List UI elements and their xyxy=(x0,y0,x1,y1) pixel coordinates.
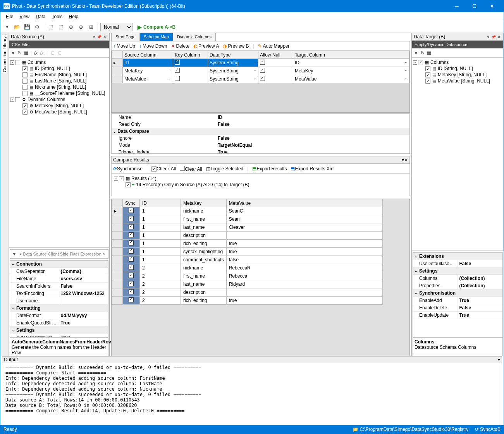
synchronise-button[interactable]: ⟳Synchronise xyxy=(113,166,143,172)
cell-metakey[interactable]: description xyxy=(181,232,227,240)
prop-val[interactable]: False xyxy=(458,304,503,311)
prop-val[interactable]: True xyxy=(216,149,409,154)
prop-val[interactable]: ID xyxy=(216,114,409,121)
tool-3-icon[interactable]: ⊕ xyxy=(67,23,75,31)
col-key[interactable]: Key Column xyxy=(173,51,208,59)
export-xml-button[interactable]: ⬒Export Results Xml xyxy=(291,166,334,172)
prop-val[interactable]: False xyxy=(216,121,409,128)
prop-val[interactable]: True xyxy=(458,297,503,304)
cell-metavalue[interactable]: Rebecca xyxy=(226,272,382,280)
prop-val[interactable]: TargetNotEqual xyxy=(216,142,409,149)
results-child[interactable]: 14 Record(s) Only in Source (A) ADD (14)… xyxy=(136,182,249,187)
columns-icon[interactable]: ▦ xyxy=(24,50,28,56)
move-down-button[interactable]: ↓Move Down xyxy=(139,43,167,49)
col-allownull[interactable]: Allow Null xyxy=(258,51,293,59)
auto-mapper-button[interactable]: ✎Auto Mapper xyxy=(258,43,290,49)
expander-icon[interactable]: - xyxy=(10,60,14,65)
refresh-icon[interactable]: ↻ xyxy=(18,50,22,56)
row-header[interactable] xyxy=(112,280,123,288)
checkbox[interactable] xyxy=(22,79,28,84)
prop-val[interactable]: users.csv xyxy=(59,275,108,282)
prop-val[interactable]: True xyxy=(458,312,503,319)
cell-id[interactable]: 1 xyxy=(140,207,181,215)
cell-metakey[interactable]: syntax_highlighting xyxy=(181,248,227,256)
cell-metavalue[interactable]: true xyxy=(226,297,382,305)
cell-sync[interactable] xyxy=(123,223,140,232)
toggle-selected-button[interactable]: ◫Toggle Selected xyxy=(206,166,243,172)
cell-sync[interactable] xyxy=(123,264,140,272)
prop-group[interactable]: Extensions xyxy=(419,254,444,259)
row-header[interactable] xyxy=(112,223,123,232)
close-icon[interactable]: ✕ xyxy=(404,157,408,163)
prop-val[interactable]: dd/MM/yyyy xyxy=(59,312,108,319)
cell-metakey[interactable]: rich_editing xyxy=(181,297,227,305)
row-header[interactable] xyxy=(112,240,123,248)
cell-id[interactable]: 1 xyxy=(140,232,181,240)
prop-group[interactable]: Settings xyxy=(16,328,34,333)
prop-val[interactable]: True xyxy=(59,334,108,338)
cell-allownull[interactable] xyxy=(258,59,293,67)
checkbox[interactable] xyxy=(425,79,430,84)
prop-group[interactable]: Formatting xyxy=(16,305,41,311)
checkbox[interactable] xyxy=(22,103,28,108)
tool-5-icon[interactable]: ⊞ xyxy=(87,23,95,31)
cell-sync[interactable] xyxy=(123,232,140,240)
cell-datatype[interactable]: System.String⌄ xyxy=(208,59,258,67)
close-button[interactable]: ✕ xyxy=(483,0,501,12)
cell-metavalue[interactable] xyxy=(226,288,382,297)
cell-metakey[interactable]: first_name xyxy=(181,272,227,280)
tree-item[interactable]: MetaValue [String, NULL] xyxy=(35,109,87,115)
row-header[interactable] xyxy=(112,67,123,75)
preview-b-button[interactable]: ◑Preview B xyxy=(223,43,249,49)
tree-item[interactable]: MetaValue [String, NULL] xyxy=(438,78,490,84)
cell-target[interactable]: ID⌄ xyxy=(293,59,409,67)
cell-id[interactable]: 2 xyxy=(140,264,181,272)
dropdown-icon[interactable]: ▾ xyxy=(498,357,500,362)
row-header[interactable] xyxy=(112,248,123,256)
checkbox[interactable] xyxy=(22,110,28,115)
col-id[interactable]: ID xyxy=(140,199,181,207)
cell-sync[interactable] xyxy=(123,280,140,288)
cell-sync[interactable] xyxy=(123,215,140,223)
checkbox[interactable] xyxy=(425,72,430,77)
tree-item[interactable]: FirstName [String, NULL] xyxy=(35,72,87,77)
fx2-icon[interactable]: fx. xyxy=(40,50,45,56)
cell-metakey[interactable]: nickname xyxy=(181,264,227,272)
cell-id[interactable]: 2 xyxy=(140,288,181,297)
cell-allownull[interactable] xyxy=(258,75,293,83)
cell-source[interactable]: MetaKey⌄ xyxy=(123,67,173,75)
menu-tools[interactable]: Tools xyxy=(49,13,66,20)
row-header[interactable] xyxy=(112,272,123,280)
maximize-button[interactable]: ☐ xyxy=(466,0,483,12)
doc2-icon[interactable]: 🗋 xyxy=(58,50,62,56)
dropdown-icon[interactable]: ▾ xyxy=(91,35,96,39)
prop-val[interactable]: {Comma} xyxy=(59,268,108,275)
settings-icon[interactable]: ⚙ xyxy=(33,23,41,31)
col-datatype[interactable]: Data Type xyxy=(208,51,258,59)
cell-target[interactable]: MetaValue⌄ xyxy=(293,75,409,83)
cell-sync[interactable] xyxy=(123,240,140,248)
cell-sync[interactable] xyxy=(123,288,140,297)
tree-item[interactable]: Nickname [String, NULL] xyxy=(35,84,86,90)
checkbox[interactable] xyxy=(425,66,430,71)
columns-icon[interactable]: ▦ xyxy=(427,50,431,56)
new-icon[interactable]: ✦ xyxy=(3,23,11,31)
prop-val[interactable] xyxy=(59,297,108,304)
cell-sync[interactable] xyxy=(123,207,140,215)
export-results-button[interactable]: ⬒Export Results xyxy=(252,166,287,172)
cell-id[interactable]: 1 xyxy=(140,256,181,264)
cell-source[interactable]: MetaValue⌄ xyxy=(123,75,173,83)
menu-help[interactable]: Help xyxy=(66,13,82,20)
tree-columns[interactable]: Columns xyxy=(28,60,46,65)
move-up-button[interactable]: ↑Move Up xyxy=(113,43,135,49)
pin-icon[interactable]: 📌 xyxy=(96,35,102,39)
cell-metavalue[interactable]: RebeccaR xyxy=(226,264,382,272)
checkbox[interactable] xyxy=(22,66,28,71)
checkbox[interactable] xyxy=(418,60,423,65)
expander-icon[interactable]: - xyxy=(114,177,118,181)
tool-2-icon[interactable]: ⬚ xyxy=(57,23,65,31)
col-target[interactable]: Target Column xyxy=(293,51,409,59)
row-header[interactable] xyxy=(112,288,123,297)
row-header[interactable] xyxy=(112,256,123,264)
prop-val[interactable]: (Collection) xyxy=(458,282,503,289)
